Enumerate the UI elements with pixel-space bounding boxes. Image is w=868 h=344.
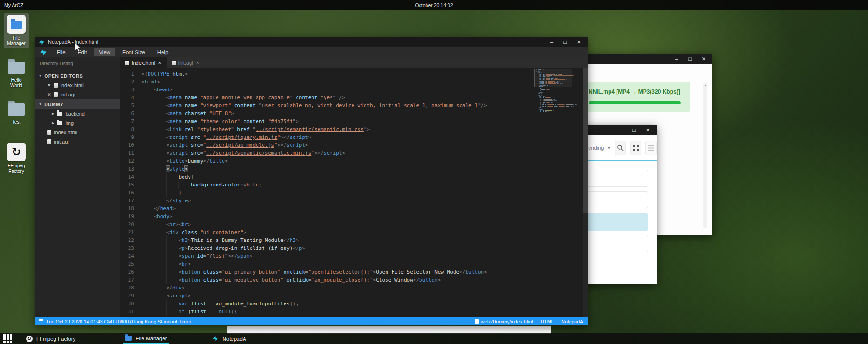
list-view-button[interactable]: [645, 141, 657, 155]
code-token: <: [166, 126, 170, 132]
code-token: ();: [290, 301, 299, 307]
desktop-icon-test[interactable]: Test: [4, 97, 29, 127]
scrollbar[interactable]: [583, 68, 588, 317]
line-number: 12: [120, 157, 134, 165]
minimap-segment: [549, 75, 550, 76]
code-token: ;: [259, 182, 262, 188]
minimap-segment: [539, 83, 540, 84]
scroll-up-icon[interactable]: ▲: [704, 83, 707, 228]
line-number: 11: [120, 149, 134, 157]
tree-item-init-agi[interactable]: ✕init.agi: [35, 90, 120, 99]
code-token: content: [234, 103, 256, 109]
code-token: =: [206, 110, 210, 117]
minimap-segment: [549, 78, 550, 79]
minimap-segment: [557, 104, 558, 105]
minimap-segment: [546, 89, 547, 90]
minimap-segment: [543, 78, 544, 79]
minimap-segment: [545, 111, 546, 112]
indent-guide: [154, 284, 166, 292]
menu-item-file[interactable]: File: [52, 48, 71, 56]
close-button[interactable]: ✕: [702, 56, 706, 62]
hidden-window-edge[interactable]: [227, 326, 551, 334]
desktop-icons: File ManagerHello WorldTest↻FFmpeg Facto…: [3, 13, 30, 183]
minimap[interactable]: [536, 69, 569, 113]
code-token: if: [178, 309, 184, 315]
menu-item-view[interactable]: View: [94, 48, 115, 56]
tab-init-agi[interactable]: init.agi✕: [167, 57, 204, 68]
desktop-icon-ffmpeg-factory[interactable]: ↻FFmpeg Factory: [4, 141, 29, 176]
desktop: { "topbar": {"left": "My ArOZ", "center"…: [0, 0, 868, 344]
minimap-line: [536, 89, 569, 90]
grid-view-button[interactable]: [630, 141, 641, 155]
minimap-segment: [543, 100, 544, 101]
taskbar: ↻FFmpeg FactoryFile ManagerNotepadA: [0, 333, 868, 344]
indent-guide: [154, 244, 166, 252]
close-icon[interactable]: ✕: [47, 92, 51, 97]
tree-item-index-html[interactable]: ✕index.html: [35, 81, 120, 90]
menu-item-help[interactable]: Help: [152, 48, 174, 56]
close-button[interactable]: ✕: [646, 128, 650, 133]
code-token: meta: [170, 95, 182, 101]
minimap-line: [536, 97, 569, 98]
tree-item-backend[interactable]: ▶backend: [35, 109, 120, 118]
editor[interactable]: 1234567891011121314151617181920212223242…: [120, 68, 588, 317]
minimap-segment: [555, 78, 557, 79]
tree-section-dummy[interactable]: ▼DUMMY: [35, 99, 120, 109]
code-line: <p>Received drag-in filelist (if any)</p…: [142, 244, 588, 252]
scrollbar-thumb[interactable]: [583, 68, 588, 213]
minimap-segment: [546, 83, 547, 84]
file-icon: [172, 61, 176, 65]
line-number: 24: [120, 252, 134, 260]
minimap-line: [536, 79, 569, 80]
minimap-segment: [543, 69, 544, 70]
taskbar-item-ffmpeg-factory[interactable]: ↻FFmpeg Factory: [24, 333, 77, 344]
minimap-segment: [546, 74, 554, 75]
tab-index-html[interactable]: index.html✕: [120, 57, 167, 68]
minimap-segment: [539, 107, 540, 108]
indent-guide: [142, 141, 154, 149]
minimize-button[interactable]: –: [619, 128, 622, 133]
indent-guide: [154, 141, 166, 149]
minimize-button[interactable]: –: [550, 40, 553, 45]
status-language[interactable]: HTML: [541, 319, 554, 324]
close-icon[interactable]: ✕: [158, 61, 162, 65]
search-button[interactable]: [615, 141, 626, 155]
minimize-button[interactable]: –: [675, 56, 678, 62]
close-button[interactable]: ✕: [577, 40, 581, 45]
code-token: {: [191, 174, 194, 180]
menu-item-font-size[interactable]: Font Size: [117, 48, 150, 56]
taskbar-item-notepada[interactable]: NotepadA: [210, 333, 248, 344]
desktop-icon-label: FFmpeg Factory: [5, 163, 28, 174]
indent-guide: [142, 213, 154, 220]
maximize-button[interactable]: □: [632, 128, 636, 133]
code-line: <body>: [142, 213, 588, 220]
desktop-icon-hello-world[interactable]: Hello World: [4, 55, 29, 90]
code-token: <!: [142, 71, 148, 77]
code-token: <: [166, 118, 170, 124]
minimap-segment: [542, 109, 543, 110]
tree-item-img[interactable]: ▶img: [35, 118, 120, 128]
tree-item-init-agi[interactable]: init.agi: [35, 137, 120, 146]
scrollbar[interactable]: ▲: [703, 83, 707, 228]
status-datetime: Tue Oct 20 2020 14:01:43 GMT+0800 (Hong …: [46, 319, 191, 324]
tree-section-open-editors[interactable]: ▼OPEN EDITORS: [35, 71, 120, 81]
code-area[interactable]: <!DOCTYPE html><html><head><meta name="a…: [141, 68, 588, 317]
close-icon[interactable]: ✕: [47, 83, 51, 88]
desktop-icon-file-manager[interactable]: File Manager: [4, 13, 29, 48]
close-icon[interactable]: ✕: [196, 61, 199, 65]
minimap-line: [536, 104, 569, 105]
maximize-button[interactable]: □: [688, 56, 692, 62]
minimap-segment: [543, 106, 544, 107]
taskbar-item-file-manager[interactable]: File Manager: [123, 333, 169, 344]
maximize-button[interactable]: □: [563, 40, 567, 45]
tree-item-index-html[interactable]: index.html: [35, 128, 120, 137]
minimap-segment: [555, 79, 564, 80]
notepada-titlebar[interactable]: NotepadA - index.html – □ ✕: [35, 37, 588, 47]
mouse-cursor: [75, 43, 81, 52]
line-number: 16: [120, 189, 134, 197]
minimap-segment: [566, 79, 567, 80]
minimap-segment: [547, 85, 548, 86]
code-token: [231, 103, 234, 109]
minimap-segment: [554, 106, 555, 107]
app-launcher-button[interactable]: [3, 334, 12, 343]
